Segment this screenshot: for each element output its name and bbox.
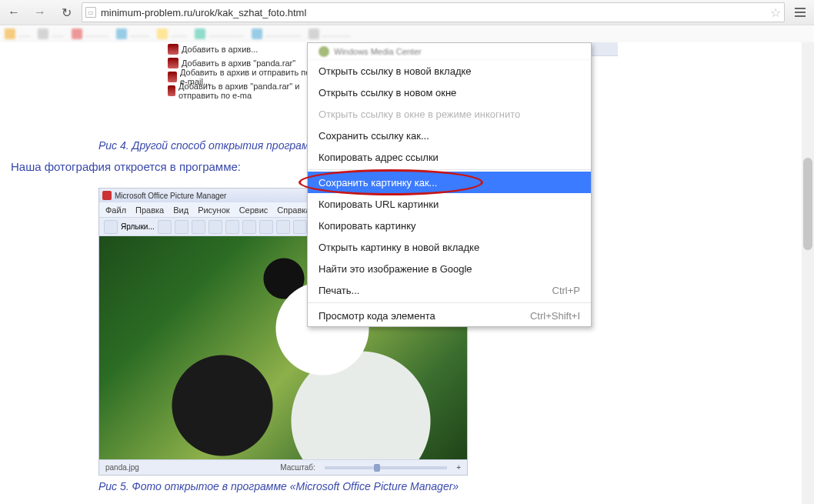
pm-menu-service: Сервис [239, 205, 269, 215]
chrome-toolbar: ← → ↻ ▭ minimum-problem.ru/urok/kak_szha… [0, 0, 814, 25]
context-menu-item[interactable]: Копировать URL картинки [308, 193, 591, 215]
forward-button[interactable]: → [29, 2, 51, 22]
pm-tool-shortcuts [104, 220, 118, 234]
archive-menu-item: Добавить в архив "panda.rar" и отправить… [163, 84, 324, 98]
context-menu-item[interactable]: Копировать адрес ссылки [308, 146, 591, 168]
context-menu-item-label: Копировать URL картинки [319, 199, 439, 210]
context-menu-item-label: Просмотр кода элемента [319, 310, 435, 322]
page-icon: ▭ [85, 7, 96, 18]
context-menu-header-garbled: Windows Media Center [308, 43, 591, 60]
pm-zoom-slider [325, 466, 447, 469]
pm-title-text: Microsoft Office Picture Manager [115, 192, 226, 200]
pm-app-icon [102, 191, 112, 200]
chrome-menu-button[interactable] [789, 2, 811, 22]
context-menu-item[interactable]: Копировать картинку [308, 215, 591, 236]
pm-statusbar: panda.jpg Масштаб: + [99, 459, 467, 475]
context-menu-item-label: Открыть ссылку в новой вкладке [319, 65, 472, 77]
body-paragraph: Наша фотография откроется в программе: [11, 160, 241, 173]
context-menu-item-label: Найти это изображение в Google [319, 263, 472, 275]
address-bar[interactable]: ▭ minimum-problem.ru/urok/kak_szhat_foto… [82, 2, 785, 22]
context-menu-item[interactable]: Сохранить ссылку как... [308, 125, 591, 146]
figure-caption-5: Рис 5. Фото открытое в программе «Micros… [98, 480, 459, 492]
pm-filename: panda.jpg [105, 463, 139, 472]
bookmark-star-icon[interactable]: ☆ [770, 5, 781, 20]
context-menu-shortcut: Ctrl+P [552, 285, 580, 296]
context-menu: Windows Media Center Открыть ссылку в но… [307, 42, 592, 327]
nested-titlebar-remnant [592, 42, 618, 56]
context-menu-item[interactable]: Просмотр кода элементаCtrl+Shift+I [308, 305, 591, 326]
context-menu-item[interactable]: Найти это изображение в Google [308, 258, 591, 279]
context-menu-item-label: Копировать адрес ссылки [319, 152, 439, 163]
context-menu-item-label: Печать... [319, 285, 359, 296]
figure-caption-4: Рис 4. Другой способ открытия программы [98, 139, 324, 152]
context-menu-item[interactable]: Открыть картинку в новой вкладке [308, 236, 591, 258]
pm-scale-label: Масштаб: [280, 463, 315, 472]
context-menu-item-label: Открыть ссылку в окне в режиме инкогнито [319, 108, 520, 120]
context-menu-item[interactable]: Открыть ссылку в новом окне [308, 82, 591, 103]
pm-menu-help: Справка [277, 205, 310, 215]
context-menu-item[interactable]: Сохранить картинку как... [308, 172, 591, 193]
archive-menu-item: Добавить в архив... [163, 42, 324, 56]
context-menu-item[interactable]: Печать...Ctrl+P [308, 279, 591, 301]
pm-menu-picture: Рисунок [198, 205, 230, 215]
context-menu-separator [308, 169, 591, 170]
context-menu-shortcut: Ctrl+Shift+I [530, 310, 580, 322]
url-text: minimum-problem.ru/urok/kak_szhat_foto.h… [101, 7, 766, 18]
bookmarks-bar: ..... ..... .......... ........ ....... … [0, 25, 814, 42]
context-menu-item-label: Копировать картинку [319, 220, 415, 232]
pm-menu-file: Файл [105, 205, 126, 215]
back-button[interactable]: ← [3, 2, 25, 22]
scrollbar-thumb[interactable] [803, 158, 812, 250]
context-menu-item[interactable]: Открыть ссылку в новой вкладке [308, 60, 591, 82]
context-menu-item-label: Сохранить картинку как... [319, 177, 437, 189]
vertical-scrollbar[interactable] [802, 42, 814, 504]
viewport: Добавить в архив... Добавить в архив "pa… [0, 42, 814, 504]
context-menu-item-label: Открыть ссылку в новом окне [319, 87, 456, 98]
context-menu-item-label: Открыть картинку в новой вкладке [319, 242, 479, 253]
reload-button[interactable]: ↻ [55, 2, 77, 22]
context-menu-item-label: Сохранить ссылку как... [319, 130, 429, 142]
context-menu-separator [308, 302, 591, 303]
pm-menu-edit: Правка [135, 205, 164, 215]
pm-menu-view: Вид [173, 205, 188, 215]
context-menu-item: Открыть ссылку в окне в режиме инкогнито [308, 103, 591, 125]
